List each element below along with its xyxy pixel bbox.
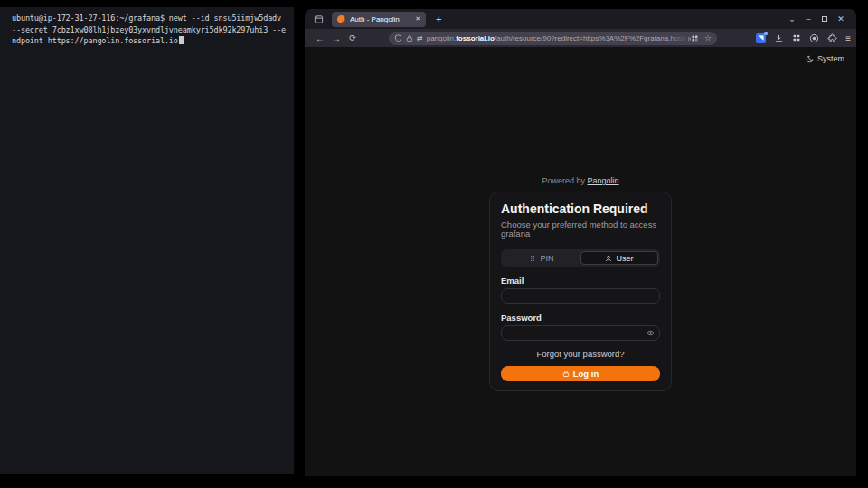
list-all-tabs-button[interactable]: ⌄ [784,14,800,23]
terminal-line: --secret 7cbz1xw08lh1jbzey03yxvndljvneam… [12,24,290,36]
password-input[interactable] [501,325,660,341]
firefox-view-icon[interactable] [312,13,325,25]
url-path: /auth/resource/90?redirect=https%3A%2F%2… [495,34,691,42]
terminal-window[interactable]: ubuntu@ip-172-31-27-116:~/grafana$ newt … [0,7,294,474]
login-button-label: Log in [573,369,599,379]
tab-pin-label: PIN [540,254,553,263]
pin-keypad-icon [529,255,536,262]
all-apps-grid-icon[interactable] [792,33,801,42]
url-fade [668,32,688,45]
forward-button[interactable]: → [328,33,344,43]
url-domain: fossorial.io [456,34,495,42]
email-label: Email [501,277,660,285]
window-close-button[interactable]: ✕ [833,14,849,23]
minimize-button[interactable]: – [800,14,816,23]
user-icon [605,255,612,262]
new-tab-button[interactable]: + [431,14,446,24]
url-text: pangolin.fossorial.io/auth/resource/90?r… [427,34,691,42]
back-button[interactable]: ← [312,33,328,43]
powered-by: Powered by Pangolin [542,176,618,185]
email-input[interactable] [501,288,660,304]
menu-hamburger-icon[interactable]: ≡ [845,33,851,43]
extension-badge [764,32,768,35]
tab-pin[interactable]: PIN [503,251,580,265]
forgot-password-link[interactable]: Forgot your password? [501,350,660,358]
tab-user-label: User [616,254,633,263]
url-subdomain: pangolin. [427,34,456,42]
password-label: Password [501,314,660,322]
navigation-toolbar: ← → ⟳ ⇄ pangolin.fossorial.io/auth/resou… [305,29,856,47]
maximize-button[interactable] [816,14,833,23]
terminal-line: ubuntu@ip-172-31-27-116:~/grafana$ newt … [12,13,290,24]
tab-bar: Auth - Pangolin ✕ + ⌄ – ✕ [305,9,856,29]
permissions-exchange-icon[interactable]: ⇄ [417,34,423,42]
auth-card: Authentication Required Choose your pref… [489,192,672,391]
auth-wrapper: Powered by Pangolin Authentication Requi… [305,47,856,391]
theme-toggle-label: System [817,54,844,63]
tab-title: Auth - Pangolin [350,15,411,23]
page-content: System Powered by Pangolin Authenticatio… [305,47,856,476]
terminal-cursor [179,36,184,44]
connection-lock-icon[interactable] [406,34,413,42]
toggle-password-visibility-eye-icon[interactable] [646,329,655,337]
terminal-text: ndpoint https://pangolin.fossorial.io [12,36,178,45]
toolbar-right-icons: ◥ ≡ [756,29,851,47]
tab-user[interactable]: User [580,251,658,265]
maximize-icon [822,16,827,22]
password-field-wrap [501,322,660,341]
theme-toggle-button[interactable]: System [806,54,844,63]
card-subtitle: Choose your preferred method to access g… [501,221,660,239]
browser-tab[interactable]: Auth - Pangolin ✕ [332,12,426,27]
extensions-puzzle-icon[interactable] [827,33,837,43]
pangolin-brand-link[interactable]: Pangolin [588,176,619,185]
auth-method-tabs: PIN User [501,249,660,267]
tracking-protection-shield-icon[interactable] [394,34,402,42]
browser-window: Auth - Pangolin ✕ + ⌄ – ✕ ← → ⟳ ⇄ [305,9,856,476]
moon-icon [806,55,814,63]
login-button[interactable]: Log in [501,366,660,381]
terminal-line: ndpoint https://pangolin.fossorial.io [12,35,290,47]
login-lock-icon [562,370,570,378]
powered-by-text: Powered by [542,176,585,185]
tab-close-button[interactable]: ✕ [415,15,420,23]
card-title: Authentication Required [501,202,660,216]
reload-button[interactable]: ⟳ [344,33,361,42]
downloads-icon[interactable] [774,33,784,43]
desktop: ubuntu@ip-172-31-27-116:~/grafana$ newt … [0,0,868,488]
pangolin-favicon-icon [337,15,345,23]
extension-icon[interactable]: ◥ [756,33,766,43]
record-circle-icon[interactable] [809,33,819,43]
bookmark-star-icon[interactable]: ☆ [704,33,712,42]
address-bar[interactable]: ⇄ pangolin.fossorial.io/auth/resource/90… [389,32,717,45]
page-action-grid-icon[interactable] [691,34,699,42]
